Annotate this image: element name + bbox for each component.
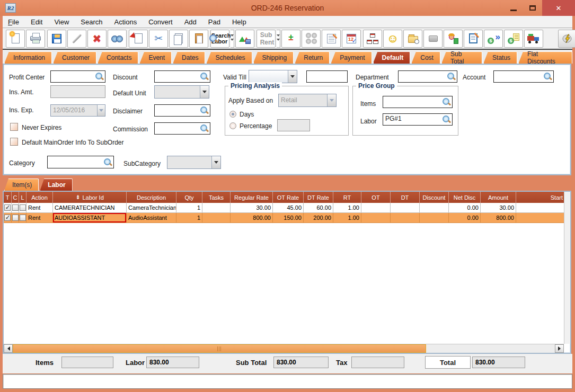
search-labor-dropdown[interactable] [231, 30, 234, 48]
col-regular-rate[interactable]: Regular Rate [231, 192, 273, 203]
paste-button[interactable] [189, 30, 208, 48]
notes-button[interactable] [322, 30, 341, 48]
cell-start-date[interactable] [516, 213, 570, 222]
cell-tasks[interactable] [202, 203, 231, 212]
row-l-checkbox[interactable] [20, 215, 26, 221]
quick-action-button[interactable] [558, 30, 575, 48]
menu-file[interactable]: File [8, 18, 19, 26]
cell-amount[interactable]: 30.00 [481, 203, 516, 212]
department-search-icon[interactable] [447, 72, 455, 81]
account-search-icon[interactable] [543, 72, 552, 81]
tab-customer[interactable]: Customer [53, 51, 96, 64]
cell-ot[interactable] [361, 203, 391, 212]
cell-labor-id[interactable]: CAMERATECHNICIAN [53, 203, 127, 212]
cell-ot[interactable] [361, 213, 391, 222]
valid-till-value-field[interactable] [306, 70, 348, 83]
col-dt-rate[interactable]: DT Rate [304, 192, 333, 203]
maximize-button[interactable] [523, 0, 542, 16]
cell-dt-rate[interactable]: 200.00 [304, 213, 333, 222]
tab-information[interactable]: Information [4, 51, 52, 64]
col-labor-id[interactable]: ⇟ Labor Id [53, 192, 127, 203]
row-l-checkbox[interactable] [20, 204, 26, 211]
col-ot-rate[interactable]: OT Rate [273, 192, 304, 203]
col-tasks[interactable]: Tasks [202, 192, 231, 203]
cell-qty[interactable]: 1 [176, 203, 202, 212]
cell-tasks[interactable] [202, 213, 231, 222]
never-expires-checkbox[interactable] [10, 123, 18, 131]
col-action[interactable]: Action [26, 192, 53, 203]
table-row-selected[interactable]: Rent AUDIOASSISTANT AudioAssistant 1 800… [4, 213, 570, 223]
cell-rt[interactable]: 1.00 [333, 213, 361, 222]
save-button[interactable] [47, 30, 66, 48]
send-money-button[interactable]: »$ [484, 30, 503, 48]
col-dt[interactable]: DT [391, 192, 420, 203]
tab-schedules[interactable]: Schedules [206, 51, 252, 64]
cell-dt-rate[interactable]: 60.00 [304, 203, 333, 212]
cell-net-disc[interactable]: 0.00 [449, 213, 481, 222]
cell-net-disc[interactable]: 0.00 [449, 203, 481, 212]
row-c-checkbox[interactable] [12, 204, 19, 211]
profit-center-search-icon[interactable] [95, 72, 103, 81]
tab-cost[interactable]: Cost [411, 51, 440, 64]
cell-dt[interactable] [391, 203, 420, 212]
cell-description[interactable]: CameraTechnician [127, 203, 176, 212]
menu-convert[interactable]: Convert [148, 18, 173, 26]
valid-till-dropdown-icon[interactable] [288, 70, 297, 83]
cell-action[interactable]: Rent [26, 203, 53, 212]
col-l[interactable]: L [19, 192, 26, 203]
row-c-checkbox[interactable] [12, 215, 19, 221]
cell-start-date[interactable] [516, 203, 570, 212]
shipping-button[interactable] [524, 30, 543, 48]
menu-pad[interactable]: Pad [208, 18, 220, 26]
price-group-labor-search-icon[interactable] [442, 115, 450, 123]
menu-add[interactable]: Add [184, 18, 197, 26]
default-unit-combo[interactable] [154, 85, 209, 99]
add-remove-button[interactable]: +− [281, 30, 300, 48]
menu-actions[interactable]: Actions [114, 18, 137, 26]
copy-button[interactable] [169, 30, 188, 48]
cell-amount[interactable]: 800.00 [481, 213, 516, 222]
col-net-disc[interactable]: Net Disc [449, 192, 481, 203]
row-t-checkbox[interactable] [4, 215, 11, 221]
percentage-radio[interactable] [229, 122, 236, 129]
print-button[interactable] [26, 30, 45, 48]
cell-regular-rate[interactable]: 800.00 [231, 213, 273, 222]
valid-till-combo[interactable] [249, 70, 297, 83]
crew-button[interactable] [444, 30, 463, 48]
delete-button[interactable]: ✖ [87, 30, 107, 48]
col-start-date[interactable]: Start D [516, 192, 570, 203]
tab-sub-total[interactable]: Sub Total [441, 51, 482, 64]
cell-ot-rate[interactable]: 150.00 [273, 213, 304, 222]
category-search-icon[interactable] [103, 158, 112, 166]
menu-search[interactable]: Search [81, 18, 102, 26]
cell-ot-rate[interactable]: 45.00 [273, 203, 304, 212]
close-button[interactable]: ✕ [542, 0, 575, 16]
tab-return[interactable]: Return [295, 51, 330, 64]
subcategory-dropdown-icon[interactable] [211, 156, 220, 168]
shapes-button[interactable] [235, 30, 254, 48]
menu-help[interactable]: Help [232, 18, 246, 26]
scroll-thumb[interactable] [13, 344, 426, 353]
commission-search-icon[interactable] [200, 124, 208, 132]
find-button[interactable] [108, 30, 127, 48]
row-t-checkbox[interactable] [4, 204, 11, 211]
days-radio[interactable] [229, 111, 236, 118]
search-labor-button[interactable]: SearchLabor [210, 30, 229, 48]
calendar-button[interactable]: 12✓ [342, 30, 361, 48]
cut-button[interactable]: ✂ [149, 30, 168, 48]
col-ot[interactable]: OT [361, 192, 391, 203]
cell-description[interactable]: AudioAssistant [127, 213, 176, 222]
group-button[interactable] [302, 30, 321, 48]
col-amount[interactable]: Amount [481, 192, 516, 203]
col-discount[interactable]: Discount [420, 192, 449, 203]
cell-rt[interactable]: 1.00 [333, 203, 361, 212]
cell-labor-id-focused[interactable]: AUDIOASSISTANT [53, 213, 127, 222]
col-qty[interactable]: Qty [176, 192, 202, 203]
col-description[interactable]: Description [127, 192, 176, 203]
tab-payment[interactable]: Payment [331, 51, 371, 64]
history-button[interactable] [403, 30, 422, 48]
default-maininfo-checkbox[interactable] [10, 138, 18, 146]
cell-discount[interactable] [420, 213, 449, 222]
tab-contacts[interactable]: Contacts [98, 51, 138, 64]
menu-view[interactable]: View [54, 18, 69, 26]
